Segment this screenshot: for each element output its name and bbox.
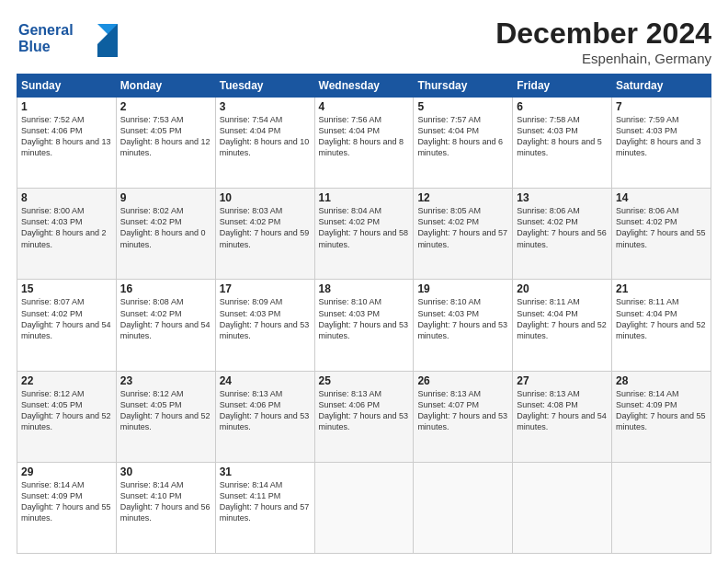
col-saturday: Saturday: [612, 75, 711, 98]
day-info: Sunrise: 7:58 AM Sunset: 4:03 PM Dayligh…: [517, 114, 608, 159]
title-block: December 2024 Espenhain, Germany: [495, 17, 711, 66]
day-number: 9: [120, 191, 211, 204]
day-number: 25: [319, 374, 410, 387]
header: General Blue December 2024 Espenhain, Ge…: [17, 17, 711, 66]
table-row: 12Sunrise: 8:05 AM Sunset: 4:02 PM Dayli…: [414, 189, 513, 280]
day-info: Sunrise: 8:04 AM Sunset: 4:02 PM Dayligh…: [319, 205, 410, 250]
calendar-header-row: Sunday Monday Tuesday Wednesday Thursday…: [17, 75, 711, 98]
calendar-week-row: 15Sunrise: 8:07 AM Sunset: 4:02 PM Dayli…: [17, 280, 711, 371]
day-info: Sunrise: 8:14 AM Sunset: 4:09 PM Dayligh…: [616, 388, 707, 433]
table-row: 28Sunrise: 8:14 AM Sunset: 4:09 PM Dayli…: [612, 371, 711, 462]
calendar-week-row: 29Sunrise: 8:14 AM Sunset: 4:09 PM Dayli…: [17, 462, 711, 553]
day-number: 29: [21, 465, 112, 478]
table-row: 21Sunrise: 8:11 AM Sunset: 4:04 PM Dayli…: [612, 280, 711, 371]
table-row: 23Sunrise: 8:12 AM Sunset: 4:05 PM Dayli…: [116, 371, 215, 462]
table-row: 31Sunrise: 8:14 AM Sunset: 4:11 PM Dayli…: [215, 462, 314, 553]
day-number: 28: [616, 374, 707, 387]
table-row: 26Sunrise: 8:13 AM Sunset: 4:07 PM Dayli…: [414, 371, 513, 462]
table-row: [513, 462, 612, 553]
table-row: 10Sunrise: 8:03 AM Sunset: 4:02 PM Dayli…: [215, 189, 314, 280]
col-sunday: Sunday: [17, 75, 117, 98]
table-row: 18Sunrise: 8:10 AM Sunset: 4:03 PM Dayli…: [314, 280, 414, 371]
day-info: Sunrise: 7:56 AM Sunset: 4:04 PM Dayligh…: [319, 114, 410, 159]
table-row: 29Sunrise: 8:14 AM Sunset: 4:09 PM Dayli…: [17, 462, 117, 553]
col-friday: Friday: [513, 75, 612, 98]
col-wednesday: Wednesday: [314, 75, 414, 98]
day-number: 4: [319, 100, 410, 113]
day-info: Sunrise: 8:13 AM Sunset: 4:07 PM Dayligh…: [417, 388, 508, 433]
day-info: Sunrise: 8:12 AM Sunset: 4:05 PM Dayligh…: [120, 388, 211, 433]
table-row: [612, 462, 711, 553]
day-info: Sunrise: 7:53 AM Sunset: 4:05 PM Dayligh…: [120, 114, 211, 159]
day-number: 24: [220, 374, 311, 387]
day-info: Sunrise: 8:08 AM Sunset: 4:02 PM Dayligh…: [120, 296, 211, 341]
day-info: Sunrise: 7:54 AM Sunset: 4:04 PM Dayligh…: [220, 114, 311, 159]
day-info: Sunrise: 8:09 AM Sunset: 4:03 PM Dayligh…: [220, 296, 311, 341]
day-number: 11: [319, 191, 410, 204]
day-number: 14: [616, 191, 707, 204]
svg-text:General: General: [18, 22, 74, 38]
day-number: 3: [220, 100, 311, 113]
calendar-table: Sunday Monday Tuesday Wednesday Thursday…: [17, 74, 711, 554]
day-number: 15: [21, 282, 112, 295]
table-row: 19Sunrise: 8:10 AM Sunset: 4:03 PM Dayli…: [414, 280, 513, 371]
day-info: Sunrise: 8:14 AM Sunset: 4:10 PM Dayligh…: [120, 479, 211, 524]
day-number: 17: [220, 282, 311, 295]
table-row: 24Sunrise: 8:13 AM Sunset: 4:06 PM Dayli…: [215, 371, 314, 462]
table-row: 20Sunrise: 8:11 AM Sunset: 4:04 PM Dayli…: [513, 280, 612, 371]
day-number: 13: [517, 191, 608, 204]
table-row: 22Sunrise: 8:12 AM Sunset: 4:05 PM Dayli…: [17, 371, 117, 462]
day-info: Sunrise: 7:59 AM Sunset: 4:03 PM Dayligh…: [616, 114, 707, 159]
table-row: 16Sunrise: 8:08 AM Sunset: 4:02 PM Dayli…: [116, 280, 215, 371]
day-info: Sunrise: 8:10 AM Sunset: 4:03 PM Dayligh…: [417, 296, 508, 341]
day-number: 31: [220, 465, 311, 478]
table-row: [414, 462, 513, 553]
table-row: 5Sunrise: 7:57 AM Sunset: 4:04 PM Daylig…: [414, 98, 513, 189]
table-row: 13Sunrise: 8:06 AM Sunset: 4:02 PM Dayli…: [513, 189, 612, 280]
table-row: 14Sunrise: 8:06 AM Sunset: 4:02 PM Dayli…: [612, 189, 711, 280]
day-number: 20: [517, 282, 608, 295]
logo: General Blue: [17, 17, 118, 61]
table-row: 27Sunrise: 8:13 AM Sunset: 4:08 PM Dayli…: [513, 371, 612, 462]
day-info: Sunrise: 7:52 AM Sunset: 4:06 PM Dayligh…: [21, 114, 112, 159]
table-row: 25Sunrise: 8:13 AM Sunset: 4:06 PM Dayli…: [314, 371, 414, 462]
col-monday: Monday: [116, 75, 215, 98]
day-number: 23: [120, 374, 211, 387]
day-info: Sunrise: 8:05 AM Sunset: 4:02 PM Dayligh…: [417, 205, 508, 250]
day-number: 21: [616, 282, 707, 295]
day-info: Sunrise: 8:11 AM Sunset: 4:04 PM Dayligh…: [517, 296, 608, 341]
day-info: Sunrise: 8:06 AM Sunset: 4:02 PM Dayligh…: [616, 205, 707, 250]
day-info: Sunrise: 8:14 AM Sunset: 4:09 PM Dayligh…: [21, 479, 112, 524]
table-row: 1Sunrise: 7:52 AM Sunset: 4:06 PM Daylig…: [17, 98, 117, 189]
day-info: Sunrise: 8:10 AM Sunset: 4:03 PM Dayligh…: [319, 296, 410, 341]
day-info: Sunrise: 7:57 AM Sunset: 4:04 PM Dayligh…: [417, 114, 508, 159]
table-row: 2Sunrise: 7:53 AM Sunset: 4:05 PM Daylig…: [116, 98, 215, 189]
svg-text:Blue: Blue: [18, 39, 51, 54]
calendar-week-row: 1Sunrise: 7:52 AM Sunset: 4:06 PM Daylig…: [17, 98, 711, 189]
calendar-week-row: 8Sunrise: 8:00 AM Sunset: 4:03 PM Daylig…: [17, 189, 711, 280]
page-subtitle: Espenhain, Germany: [495, 51, 711, 66]
table-row: 11Sunrise: 8:04 AM Sunset: 4:02 PM Dayli…: [314, 189, 414, 280]
table-row: 8Sunrise: 8:00 AM Sunset: 4:03 PM Daylig…: [17, 189, 117, 280]
col-tuesday: Tuesday: [215, 75, 314, 98]
day-info: Sunrise: 8:13 AM Sunset: 4:08 PM Dayligh…: [517, 388, 608, 433]
page-title: December 2024: [495, 17, 711, 51]
table-row: 30Sunrise: 8:14 AM Sunset: 4:10 PM Dayli…: [116, 462, 215, 553]
day-number: 8: [21, 191, 112, 204]
day-info: Sunrise: 8:03 AM Sunset: 4:02 PM Dayligh…: [220, 205, 311, 250]
day-number: 18: [319, 282, 410, 295]
day-number: 16: [120, 282, 211, 295]
table-row: 7Sunrise: 7:59 AM Sunset: 4:03 PM Daylig…: [612, 98, 711, 189]
day-number: 7: [616, 100, 707, 113]
day-info: Sunrise: 8:11 AM Sunset: 4:04 PM Dayligh…: [616, 296, 707, 341]
day-info: Sunrise: 8:07 AM Sunset: 4:02 PM Dayligh…: [21, 296, 112, 341]
table-row: 6Sunrise: 7:58 AM Sunset: 4:03 PM Daylig…: [513, 98, 612, 189]
day-number: 2: [120, 100, 211, 113]
day-number: 22: [21, 374, 112, 387]
day-number: 1: [21, 100, 112, 113]
day-number: 19: [417, 282, 508, 295]
day-info: Sunrise: 8:14 AM Sunset: 4:11 PM Dayligh…: [220, 479, 311, 524]
day-number: 6: [517, 100, 608, 113]
table-row: [314, 462, 414, 553]
table-row: 17Sunrise: 8:09 AM Sunset: 4:03 PM Dayli…: [215, 280, 314, 371]
